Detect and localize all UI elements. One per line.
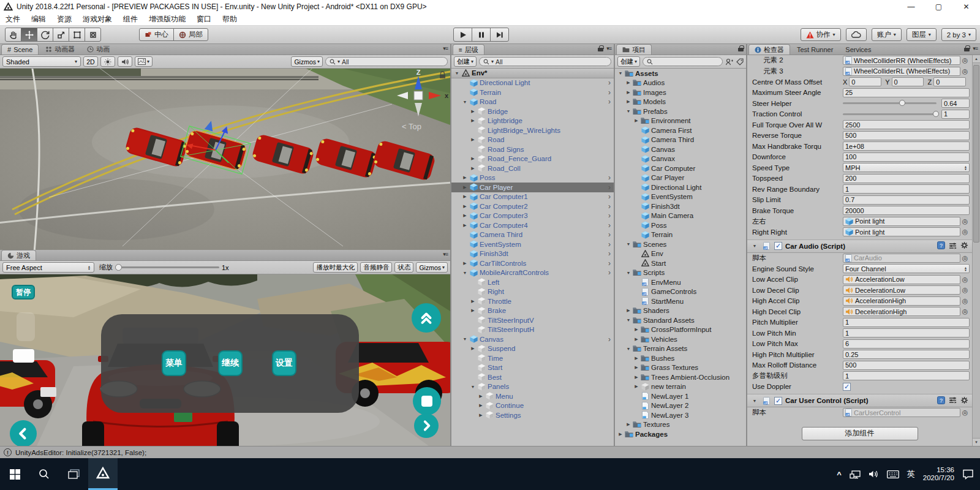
prefab-open-chevron[interactable]: › [608, 194, 611, 200]
foldout-closed-icon[interactable]: ▶ [633, 327, 640, 332]
hierarchy-item-right[interactable]: Right [451, 287, 614, 297]
prefab-open-chevron[interactable]: › [608, 99, 611, 105]
project-item-shaders[interactable]: ▶Shaders [615, 306, 746, 316]
scene-viewport[interactable]: Z x < Top [0, 69, 450, 250]
project-item-newlayer-2[interactable]: NewLayer 2 [615, 401, 746, 411]
hierarchy-item-bridge[interactable]: ▶Bridge [451, 107, 614, 116]
object-picker-icon[interactable]: ◎ [960, 286, 970, 294]
volume-icon[interactable] [869, 470, 879, 478]
layers-button[interactable]: 图层▾ [907, 28, 937, 41]
project-item-camera-first[interactable]: Camera First [615, 126, 746, 135]
hierarchy-item-lightbridge-wirelights[interactable]: LightBridge_WireLights [451, 126, 614, 135]
hierarchy-item-panels[interactable]: ▼Panels [451, 382, 614, 392]
project-item-packages[interactable]: ▶Packages [615, 429, 746, 439]
prefab-open-chevron[interactable]: › [608, 222, 611, 228]
object-picker-icon[interactable]: ◎ [960, 56, 970, 64]
project-item-start[interactable]: Start [615, 258, 746, 268]
hierarchy-item-car-player[interactable]: ▶Car Player› [451, 183, 614, 192]
play-button[interactable] [453, 28, 472, 42]
gear-up-button[interactable] [412, 303, 441, 333]
foldout-closed-icon[interactable]: ▶ [461, 194, 469, 199]
prefab-open-chevron[interactable]: › [608, 203, 611, 209]
hierarchy-item-left[interactable]: Left [451, 277, 614, 287]
object-field[interactable]: AccelerationLow [843, 275, 960, 284]
prefab-open-chevron[interactable]: › [608, 270, 611, 276]
foldout-open-icon[interactable]: ▼ [751, 244, 758, 248]
prefab-open-chevron[interactable]: › [608, 251, 611, 257]
help-icon[interactable]: ? [937, 396, 945, 405]
add-component-button[interactable]: 添加组件 [802, 427, 918, 440]
object-field[interactable]: c#WheelColliderRL (WheelEffects) [843, 67, 960, 76]
object-picker-icon[interactable]: ◎ [960, 67, 970, 75]
slider-track[interactable] [843, 102, 937, 104]
hierarchy-item-road-coll[interactable]: ▶Road_Coll [451, 164, 614, 173]
object-picker-icon[interactable]: ◎ [960, 254, 970, 262]
throttle-touch-zone[interactable] [17, 312, 35, 341]
scroll-thumb[interactable] [973, 65, 979, 243]
aspect-ratio-dropdown[interactable]: Free Aspect▲▼ [2, 262, 94, 273]
transform-tool-button[interactable] [85, 28, 101, 42]
project-item-car-computer[interactable]: Car Computer [615, 164, 746, 173]
panel-menu-icon[interactable]: ▾≡ [973, 45, 978, 51]
pause-menu-button-item-2[interactable]: 设置 [272, 350, 296, 376]
value-field[interactable]: 2500 [843, 120, 970, 129]
checkbox[interactable]: ✓ [843, 383, 851, 391]
steer-right-button[interactable] [414, 413, 439, 438]
hierarchy-item-env[interactable]: ▼Env* [451, 69, 614, 78]
value-field[interactable]: 0.7 [843, 195, 970, 205]
audio-toggle-button[interactable] [118, 56, 132, 67]
value-field[interactable]: 0.25 [843, 350, 970, 359]
object-picker-icon[interactable]: ◎ [960, 297, 970, 305]
project-item-camera-third[interactable]: Camera Third [615, 135, 746, 145]
prefab-open-chevron[interactable]: › [608, 175, 611, 181]
hierarchy-item-canvas[interactable]: ▼Canvas› [451, 334, 614, 344]
steer-left-button[interactable] [10, 420, 37, 446]
maximize-on-play-button[interactable]: 播放时最大化 [313, 262, 358, 273]
task-view-button[interactable] [59, 458, 88, 490]
foldout-open-icon[interactable]: ▼ [461, 271, 469, 275]
hierarchy-search-input[interactable]: ▾All [479, 57, 611, 66]
project-item-canvas[interactable]: Canvas [615, 145, 746, 154]
value-field[interactable]: 1e+08 [843, 141, 970, 151]
foldout-closed-icon[interactable]: ▶ [617, 432, 624, 437]
value-field[interactable]: 1 [843, 184, 970, 194]
lock-icon[interactable] [964, 45, 970, 51]
foldout-open-icon[interactable]: ▼ [461, 337, 469, 341]
foldout-closed-icon[interactable]: ▶ [469, 166, 477, 171]
project-item-bushes[interactable]: ▶Bushes [615, 353, 746, 363]
lighting-toggle-button[interactable] [100, 56, 115, 67]
project-item-newlayer-3[interactable]: NewLayer 3 [615, 410, 746, 420]
prefab-open-chevron[interactable]: › [608, 213, 611, 219]
scene-search-input[interactable]: ▾All [325, 57, 448, 66]
project-item-startmenu[interactable]: c#StartMenu [615, 296, 746, 306]
stats-button[interactable]: 状态 [394, 262, 413, 273]
panel-menu-icon[interactable]: ▾≡ [606, 45, 611, 51]
close-button[interactable]: ✕ [952, 0, 980, 13]
move-tool-button[interactable] [21, 28, 37, 42]
project-item-grass-textures[interactable]: ▶Grass Textures [615, 363, 746, 373]
slider-thumb[interactable] [933, 111, 939, 117]
foldout-closed-icon[interactable]: ▶ [633, 118, 640, 123]
shading-mode-dropdown[interactable]: Shaded▾ [2, 56, 81, 67]
foldout-closed-icon[interactable]: ▶ [633, 365, 640, 370]
effects-dropdown-button[interactable]: ▾ [135, 56, 153, 67]
hierarchy-item-car-computer3[interactable]: ▶Car Computer3› [451, 211, 614, 221]
hierarchy-item-best[interactable]: Best [451, 372, 614, 382]
project-item-terrain-assets[interactable]: ▼Terrain Assets [615, 344, 746, 354]
rotate-tool-button[interactable] [37, 28, 53, 42]
account-button[interactable]: 账户▾ [872, 28, 902, 41]
foldout-open-icon[interactable]: ▼ [625, 318, 632, 322]
project-item-envmenu[interactable]: c#EnvMenu [615, 277, 746, 287]
component-enabled-checkbox[interactable]: ✓ [774, 242, 782, 250]
hierarchy-item-start[interactable]: Start [451, 363, 614, 373]
hierarchy-item-car-computer4[interactable]: ▶Car Computer4› [451, 221, 614, 230]
hierarchy-item-tiltsteerinputv[interactable]: TiltSteerInputV [451, 315, 614, 325]
brake-stop-button[interactable] [413, 387, 441, 415]
rect-tool-button[interactable] [69, 28, 85, 42]
hierarchy-item-road-signs[interactable]: Road Signs [451, 145, 614, 154]
project-item-poss[interactable]: Poss [615, 221, 746, 230]
project-item-vehicles[interactable]: ▶Vehicles [615, 334, 746, 344]
status-bar[interactable]: ! UnityAdsEditor: Initialize(3721321, Fa… [0, 446, 980, 458]
panel-menu-icon[interactable]: ▾≡ [443, 251, 448, 257]
project-item-eventsystem[interactable]: EventSystem [615, 192, 746, 202]
